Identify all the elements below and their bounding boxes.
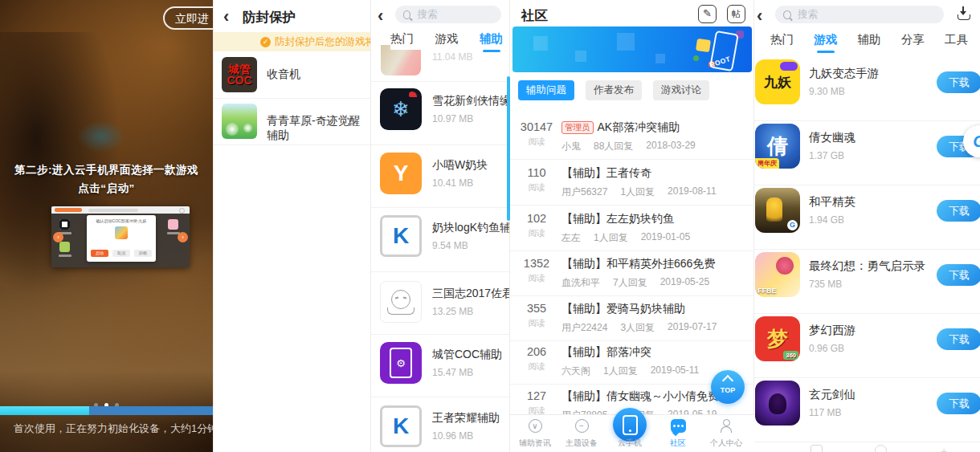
game-row[interactable]: 玄元剑仙 117 MB 下载 <box>754 377 980 442</box>
download-button[interactable]: 下载 <box>937 200 980 222</box>
game-row[interactable]: 九妖 九妖变态手游 9.30 MB 下载 <box>754 56 980 121</box>
game-name: 九妖变态手游 <box>809 66 879 81</box>
game-name: 最终幻想：勇气启示录 <box>809 259 925 274</box>
post-author: 六天阁 <box>561 364 590 378</box>
game-row[interactable]: 倩 周年庆 倩女幽魂 1.37 GB 下载 <box>754 120 980 185</box>
app-name: 青青草原-奇迹觉醒辅助 <box>267 114 371 143</box>
download-manager-icon[interactable] <box>957 6 970 20</box>
back-icon[interactable]: ‹ <box>378 8 383 24</box>
mini-cancel-button[interactable]: 取消 <box>112 250 130 257</box>
game-size: 1.94 GB <box>809 214 844 226</box>
game-row[interactable]: FFBE 最终幻想：勇气启示录 735 MB 下载 <box>754 249 980 314</box>
tab-game-discussion[interactable]: 游戏讨论 <box>653 80 709 100</box>
search-bar[interactable] <box>775 6 944 23</box>
app-name: 王者荣耀辅助 <box>432 411 500 426</box>
protected-app-row[interactable]: 青青草原-奇迹觉醒辅助 <box>214 98 371 145</box>
minus-circle-icon: − <box>575 419 589 433</box>
scrollbar[interactable] <box>507 76 510 221</box>
app-size: 10.97 MB <box>432 113 473 124</box>
community-banner[interactable]: ROOT <box>512 26 752 72</box>
app-size: 10.96 MB <box>432 430 473 442</box>
nav-profile[interactable]: 个人中心 <box>703 415 749 436</box>
page-title: 防封保护 <box>243 9 296 26</box>
tab-assist[interactable]: 辅助 <box>480 31 503 47</box>
snowflake-app-icon: ❄ <box>380 88 422 130</box>
app-row[interactable]: K 奶块logK钓鱼辅助 9.54 MB <box>371 215 510 278</box>
mini-launch-button[interactable]: 启动 <box>91 250 108 257</box>
forum-post-row[interactable]: 1352 阅读 【辅助】和平精英外挂666免费 血洗和平7人回复2019-05-… <box>510 250 754 296</box>
game-row[interactable]: G 和平精英 1.94 GB 下载 <box>754 185 980 250</box>
panel-community: 社区 ✎ 帖 ROOT 辅助问题 作者发布 游戏讨论 30147 阅读 管理员A… <box>509 0 754 452</box>
protected-app-row[interactable]: 城管COC 收音机 <box>214 51 371 99</box>
download-button[interactable]: 下载 <box>937 264 980 286</box>
antiban-banner: ✓ 防封保护后您的游戏将杜绝被 <box>214 32 371 51</box>
forum-post-row[interactable]: 355 阅读 【辅助】爱骑马奶块辅助 用户224243人回复2019-07-17 <box>510 295 754 341</box>
app-row[interactable]: ❄ 雪花新剑侠情缘 10.97 MB <box>371 88 510 151</box>
tab-tools[interactable]: 工具 <box>945 32 968 47</box>
forum-post-row[interactable]: 30147 阅读 管理员AK部落冲突辅助 小鬼88人回复2018-03-29 <box>510 113 754 160</box>
tutorial-caption-line1: 第二步:进入云手机界面选择一款游戏 <box>0 163 213 177</box>
mini-icon-label <box>59 255 71 257</box>
reads-label: 阅读 <box>518 136 555 148</box>
app-name: 城管COC辅助 <box>432 348 502 362</box>
post-date: 2019-05-25 <box>660 276 709 290</box>
search-input[interactable] <box>796 8 936 21</box>
game-size: 0.96 GB <box>809 343 844 354</box>
post-icon[interactable]: 帖 <box>727 5 745 23</box>
reads-label: 阅读 <box>518 318 555 329</box>
app-row[interactable]: Y 小唔W奶块 10.41 MB <box>371 153 510 215</box>
nav-label: 云手机 <box>606 438 653 449</box>
post-replies: 1人回复 <box>594 231 628 245</box>
forum-post-row[interactable]: 102 阅读 【辅助】左左奶块钓鱼 左左1人回复2019-01-05 <box>510 205 754 251</box>
app-name: 三国志2017佐君辅助 <box>432 287 510 301</box>
read-count: 206 <box>518 345 555 358</box>
read-count: 110 <box>518 166 555 179</box>
post-title: 【辅助】倩女幽魂～小小倩免费 <box>561 389 719 404</box>
post-author: 用户22424 <box>561 321 607 335</box>
post-title: 【辅助】爱骑马奶块辅助 <box>561 302 685 316</box>
panel-antiban: ‹ 防封保护 ✓ 防封保护后您的游戏将杜绝被 城管COC 收音机 青青草原-奇迹… <box>213 0 371 452</box>
mini-uninstall-button[interactable]: 卸载 <box>134 250 152 257</box>
download-button[interactable]: 下载 <box>937 71 980 93</box>
back-icon[interactable]: ‹ <box>757 8 762 24</box>
tab-games[interactable]: 游戏 <box>814 32 837 47</box>
qiannv-icon: 倩 周年庆 <box>755 124 800 169</box>
nav-assist-news[interactable]: ∨ 辅助资讯 <box>512 415 558 433</box>
read-count: 1352 <box>518 257 555 270</box>
game-row[interactable]: 梦 360 梦幻西游 0.96 GB 下载 <box>754 313 980 378</box>
tab-share[interactable]: 分享 <box>901 32 925 47</box>
post-date: 2019-01-05 <box>641 231 690 245</box>
download-button[interactable]: 下载 <box>937 328 980 350</box>
tab-assist-questions[interactable]: 辅助问题 <box>518 80 574 100</box>
tab-games[interactable]: 游戏 <box>435 31 459 47</box>
meadow-icon <box>222 104 257 139</box>
post-title: 【辅助】左左奶块钓鱼 <box>561 212 674 226</box>
reads-label: 阅读 <box>518 361 555 373</box>
tencent-badge: G <box>787 220 798 230</box>
ffbe-label: FFBE <box>757 287 777 295</box>
nav-theme-device[interactable]: − 主题设备 <box>558 415 605 433</box>
mini-next-arrow: › <box>178 232 188 242</box>
search-input[interactable] <box>415 8 493 21</box>
check-icon: ✓ <box>260 37 271 47</box>
back-icon[interactable]: ‹ <box>223 9 229 25</box>
cta-button[interactable]: 立即进 <box>163 6 213 30</box>
mini-qq-icon <box>59 219 70 230</box>
post-title: 【辅助】王者传奇 <box>561 166 651 181</box>
anniversary-badge: 周年庆 <box>755 158 779 169</box>
app-row[interactable]: ⚙ 城管COC辅助 15.47 MB <box>371 342 510 405</box>
download-button[interactable]: 下载 <box>937 393 980 414</box>
tab-author-posts[interactable]: 作者发布 <box>586 80 642 100</box>
app-row[interactable]: K 王者荣耀辅助 10.96 MB <box>371 405 510 452</box>
search-bar[interactable] <box>395 6 501 23</box>
compose-icon[interactable]: ✎ <box>698 5 717 23</box>
back-to-top-button[interactable]: TOP <box>711 370 745 404</box>
game-size: 735 MB <box>809 279 842 290</box>
tab-assist[interactable]: 辅助 <box>858 32 881 47</box>
nav-community[interactable]: 社区 <box>655 415 701 436</box>
tab-hot[interactable]: 热门 <box>770 32 794 47</box>
post-date: 2019-05-11 <box>651 364 700 378</box>
tab-hot[interactable]: 热门 <box>390 31 414 47</box>
mini-logo-pill <box>55 208 82 212</box>
forum-post-row[interactable]: 110 阅读 【辅助】王者传奇 用户563271人回复2019-08-11 <box>510 159 754 206</box>
